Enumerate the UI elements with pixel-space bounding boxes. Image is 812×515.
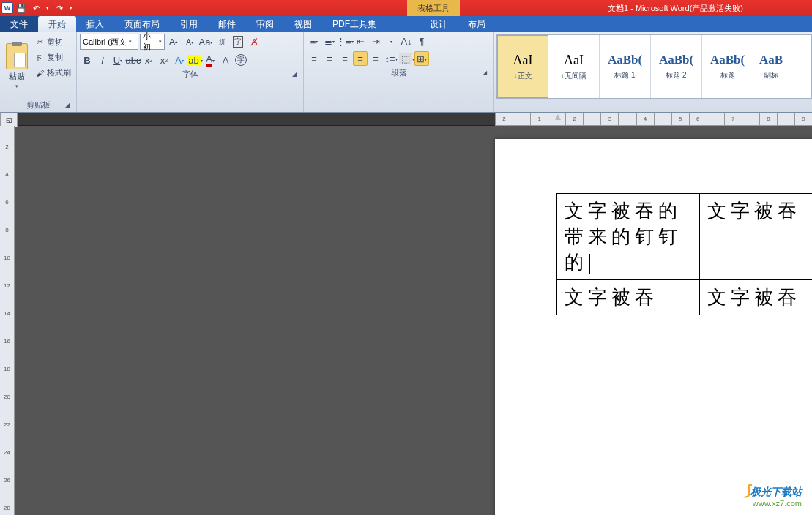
font-launcher[interactable]: ◢ [290, 71, 299, 80]
superscript-button[interactable]: x2 [157, 53, 171, 67]
redo-button[interactable]: ↷ [53, 1, 66, 15]
italic-button[interactable]: I [95, 53, 110, 67]
tab-insert[interactable]: 插入 [76, 16, 114, 32]
ruler-tick: 3 [600, 113, 618, 125]
change-case-button[interactable]: Aa▾ [198, 34, 213, 49]
grow-font-button[interactable]: A▴ [166, 34, 181, 49]
paragraph-launcher[interactable]: ◢ [480, 69, 489, 78]
increase-indent-button[interactable]: ⇥ [368, 34, 383, 48]
table-row[interactable]: 文字被吞 文字被吞 [557, 280, 813, 315]
quick-access-toolbar: W 💾 ↶ ▾ ↷ ▾ [0, 1, 75, 15]
show-marks-button[interactable]: ¶ [414, 34, 429, 48]
phonetic-guide-button[interactable]: 拼 [215, 34, 229, 49]
tab-view[interactable]: 视图 [284, 16, 322, 32]
underline-button[interactable]: U▾ [111, 53, 125, 67]
tab-home[interactable]: 开始 [38, 16, 76, 32]
numbering-button[interactable]: ≣▾ [322, 34, 337, 48]
clipboard-group-label: 剪贴板◢ [3, 98, 73, 112]
style-name-label: ↓正文 [514, 71, 532, 81]
document-page[interactable]: 文字被吞的带来的钉钉的 文字被吞 文字被吞 文字被吞 [495, 139, 812, 515]
copy-icon: ⎘ [34, 53, 45, 63]
style-title[interactable]: AaBb( 标题 [702, 35, 753, 98]
watermark-url: www.xz7.com [745, 499, 802, 508]
ruler-tick: 2 [495, 113, 513, 125]
ribbon-tabs: 文件 开始 插入 页面布局 引用 邮件 审阅 视图 PDF工具集 设计 布局 [0, 16, 812, 32]
align-center-button[interactable]: ≡ [322, 51, 337, 66]
document-area: ◱ 2 1 2 3 4 5 6 7 8 9 2 4 6 8 10 12 14 [0, 113, 812, 515]
ruler-tick: 14 [4, 307, 10, 320]
undo-dropdown[interactable]: ▾ [44, 1, 51, 15]
distributed-button[interactable]: ≡ [368, 51, 383, 66]
style-name-label: 标题 1 [614, 70, 635, 80]
tab-mail[interactable]: 邮件 [208, 16, 246, 32]
font-name-combo[interactable]: Calibri (西文▾ [80, 34, 138, 50]
table-cell[interactable]: 文字被吞的带来的钉钉的 [557, 194, 700, 280]
table-cell[interactable]: 文字被吞 [700, 194, 813, 280]
font-color-button[interactable]: A▾ [203, 53, 217, 67]
multilevel-list-button[interactable]: ⋮≡▾ [338, 34, 352, 48]
format-painter-button[interactable]: 🖌格式刷 [32, 66, 73, 80]
style-subtitle[interactable]: AaB 副标 [753, 35, 789, 98]
highlight-button[interactable]: ab▾ [187, 53, 202, 67]
tab-page-layout[interactable]: 页面布局 [114, 16, 170, 32]
save-button[interactable]: 💾 [15, 1, 28, 15]
ruler-vertical[interactable]: 2 4 6 8 10 12 14 16 18 20 22 24 26 28 [0, 126, 15, 515]
align-left-button[interactable]: ≡ [307, 51, 321, 66]
word-app-icon[interactable]: W [1, 2, 13, 14]
line-spacing-button[interactable]: ↕≡▾ [384, 51, 398, 66]
ruler-tick: 22 [4, 418, 10, 432]
styles-gallery[interactable]: AaI ↓正文 AaI ↓无间隔 AaBb( 标题 1 AaBb( 标题 2 A… [496, 34, 812, 99]
borders-button[interactable]: ⊞▾ [414, 51, 429, 66]
character-border-button[interactable]: 字 [231, 34, 245, 49]
table-row[interactable]: 文字被吞的带来的钉钉的 文字被吞 [557, 194, 813, 280]
qat-customize-dropdown[interactable]: ▾ [67, 1, 75, 15]
tab-table-layout[interactable]: 布局 [458, 16, 496, 32]
ruler-tick: 5 [671, 113, 689, 125]
character-shading-button[interactable]: A [218, 53, 233, 67]
asian-layout-button[interactable]: ▾ [384, 34, 398, 48]
bold-button[interactable]: B [80, 53, 94, 67]
group-paragraph: ≡▾ ≣▾ ⋮≡▾ ⇤ ⇥ ▾ A↓ ¶ ≡ ≡ ≡ ≡ ≡ ↕≡▾ ⬚▾ ⊞▾… [304, 32, 494, 112]
ruler-tick: 4 [5, 168, 8, 181]
ruler-tick: 12 [4, 279, 10, 293]
ruler-tick: 7 [724, 113, 742, 125]
ruler-tick [707, 113, 724, 125]
clear-formatting-button[interactable]: A̸ [247, 34, 261, 49]
clipboard-launcher[interactable]: ◢ [63, 102, 72, 110]
ruler-horizontal[interactable]: 2 1 2 3 4 5 6 7 8 9 [495, 113, 812, 126]
shading-button[interactable]: ⬚▾ [399, 51, 414, 66]
align-right-button[interactable]: ≡ [338, 51, 352, 66]
decrease-indent-button[interactable]: ⇤ [353, 34, 368, 48]
bullets-button[interactable]: ≡▾ [307, 34, 321, 48]
ruler-tick: 24 [4, 446, 10, 459]
paste-button[interactable]: 粘贴 ▾ [3, 34, 31, 98]
shrink-font-button[interactable]: A▾ [182, 34, 197, 49]
tab-file[interactable]: 文件 [0, 16, 38, 32]
ruler-tick [513, 113, 530, 125]
tab-references[interactable]: 引用 [170, 16, 208, 32]
cut-button[interactable]: ✂剪切 [32, 35, 73, 49]
table-tools-contextual-tab: 表格工具 [407, 0, 460, 16]
copy-button[interactable]: ⎘复制 [32, 50, 73, 64]
subscript-button[interactable]: x2 [141, 53, 156, 67]
align-justify-button[interactable]: ≡ [353, 51, 368, 66]
font-size-combo[interactable]: 小初▾ [140, 34, 165, 50]
style-heading2[interactable]: AaBb( 标题 2 [651, 35, 702, 98]
ruler-tick [654, 113, 671, 125]
text-effects-button[interactable]: A▾ [172, 53, 187, 67]
undo-button[interactable]: ↶ [29, 1, 42, 15]
document-table[interactable]: 文字被吞的带来的钉钉的 文字被吞 文字被吞 文字被吞 [556, 193, 812, 315]
tab-pdf-tools[interactable]: PDF工具集 [322, 16, 387, 32]
ruler-corner[interactable]: ◱ [0, 113, 18, 127]
tab-table-design[interactable]: 设计 [420, 16, 458, 32]
strikethrough-button[interactable]: abc [126, 53, 141, 67]
enclose-characters-button[interactable]: 字 [234, 53, 248, 67]
sort-button[interactable]: A↓ [399, 34, 414, 48]
style-heading1[interactable]: AaBb( 标题 1 [600, 35, 651, 98]
tab-review[interactable]: 审阅 [246, 16, 284, 32]
style-no-spacing[interactable]: AaI ↓无间隔 [548, 35, 600, 98]
style-preview: AaBb( [659, 53, 693, 67]
style-normal[interactable]: AaI ↓正文 [497, 35, 548, 98]
table-cell[interactable]: 文字被吞 [557, 280, 700, 315]
table-cell[interactable]: 文字被吞 [700, 280, 813, 315]
